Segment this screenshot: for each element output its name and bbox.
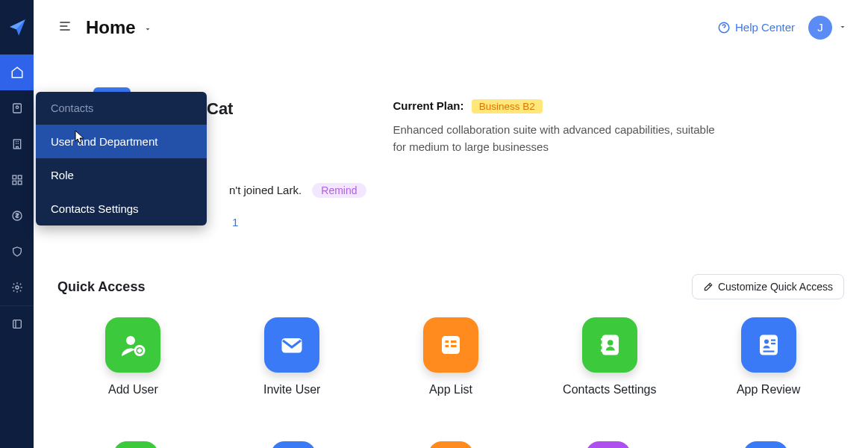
nav-collapse[interactable] bbox=[0, 306, 34, 342]
svg-rect-28 bbox=[763, 351, 774, 352]
qa-contacts-settings[interactable]: Contacts Settings bbox=[534, 317, 685, 396]
submenu-role[interactable]: Role bbox=[36, 158, 207, 192]
contacts-book-icon bbox=[596, 332, 623, 358]
list-icon bbox=[437, 332, 464, 358]
avatar: J bbox=[808, 16, 832, 40]
qa-stub[interactable] bbox=[428, 441, 473, 448]
svg-rect-5 bbox=[13, 181, 16, 184]
quick-access-grid: Add User Invite User App List Contacts S… bbox=[57, 317, 844, 396]
avatar-initial: J bbox=[817, 21, 823, 34]
svg-rect-4 bbox=[18, 175, 22, 179]
join-status-text: n't joined Lark. bbox=[229, 184, 302, 196]
svg-rect-3 bbox=[13, 175, 16, 179]
qa-invite-user[interactable]: Invite User bbox=[216, 317, 368, 396]
shield-icon bbox=[11, 246, 23, 258]
plan-description: Enhanced collaboration suite with advanc… bbox=[393, 121, 729, 156]
svg-rect-27 bbox=[771, 343, 775, 344]
invite-link[interactable]: 1 bbox=[232, 216, 238, 228]
svg-rect-9 bbox=[13, 320, 21, 329]
plan-label: Current Plan: bbox=[393, 99, 464, 112]
submenu-heading: Contacts bbox=[36, 92, 207, 125]
user-menu[interactable]: J bbox=[808, 16, 847, 40]
svg-rect-15 bbox=[445, 340, 449, 343]
help-center-label: Help Center bbox=[735, 21, 795, 34]
dollar-icon bbox=[11, 210, 23, 222]
review-icon bbox=[755, 332, 782, 358]
sidebar bbox=[0, 0, 34, 448]
page-title: Home bbox=[86, 17, 136, 38]
svg-rect-22 bbox=[601, 344, 603, 346]
submenu-user-and-department[interactable]: User and Department bbox=[36, 125, 207, 158]
nav-contacts[interactable] bbox=[0, 90, 34, 126]
remind-button[interactable]: Remind bbox=[312, 183, 366, 198]
grid-icon bbox=[11, 174, 23, 186]
svg-rect-17 bbox=[445, 345, 449, 347]
building-icon bbox=[11, 138, 23, 150]
collapse-icon bbox=[11, 318, 23, 330]
svg-rect-23 bbox=[601, 349, 603, 352]
plan-section: Current Plan: Business B2 bbox=[393, 99, 729, 112]
qa-label: Add User bbox=[108, 383, 158, 396]
menu-toggle[interactable] bbox=[57, 19, 72, 37]
envelope-icon bbox=[278, 332, 305, 358]
svg-rect-6 bbox=[18, 181, 22, 184]
svg-rect-13 bbox=[282, 338, 302, 353]
customize-label: Customize Quick Access bbox=[718, 281, 833, 293]
quick-access-row2 bbox=[57, 441, 844, 448]
submenu-contacts-settings[interactable]: Contacts Settings bbox=[36, 192, 207, 225]
nav-home[interactable] bbox=[0, 55, 34, 90]
contacts-submenu: Contacts User and Department Role Contac… bbox=[36, 92, 207, 225]
svg-point-11 bbox=[126, 336, 135, 345]
qa-label: App List bbox=[429, 383, 472, 396]
page-title-dropdown[interactable]: Home bbox=[86, 17, 152, 38]
nav-settings[interactable] bbox=[0, 270, 34, 305]
svg-rect-2 bbox=[13, 140, 20, 149]
qa-stub[interactable] bbox=[271, 441, 316, 448]
add-user-icon bbox=[119, 332, 146, 358]
qa-app-review[interactable]: App Review bbox=[693, 317, 844, 396]
gear-icon bbox=[11, 281, 23, 293]
qa-stub[interactable] bbox=[586, 441, 631, 448]
svg-rect-18 bbox=[451, 345, 457, 347]
nav-apps[interactable] bbox=[0, 162, 34, 198]
qa-label: Contacts Settings bbox=[563, 383, 656, 396]
plan-badge: Business B2 bbox=[472, 99, 543, 113]
chevron-down-icon bbox=[838, 21, 847, 34]
qa-stub[interactable] bbox=[743, 441, 788, 448]
qa-stub[interactable] bbox=[113, 441, 158, 448]
logo bbox=[0, 0, 34, 55]
paper-plane-icon bbox=[7, 18, 27, 37]
chevron-down-icon bbox=[143, 17, 152, 38]
home-icon bbox=[10, 66, 24, 79]
customize-quick-access-button[interactable]: Customize Quick Access bbox=[692, 274, 844, 299]
nav-security[interactable] bbox=[0, 234, 34, 270]
svg-point-8 bbox=[16, 286, 19, 289]
qa-label: App Review bbox=[737, 383, 800, 396]
help-center-link[interactable]: Help Center bbox=[717, 21, 795, 34]
nav-billing[interactable] bbox=[0, 198, 34, 234]
svg-point-1 bbox=[16, 106, 18, 108]
nav-building[interactable] bbox=[0, 126, 34, 162]
help-icon bbox=[717, 21, 731, 34]
menu-icon bbox=[57, 19, 72, 34]
svg-rect-26 bbox=[771, 340, 775, 341]
header: Home Help Center J bbox=[34, 0, 868, 55]
svg-rect-21 bbox=[601, 338, 603, 340]
edit-icon bbox=[703, 281, 714, 292]
svg-rect-16 bbox=[451, 340, 457, 343]
svg-point-25 bbox=[764, 340, 769, 344]
svg-point-20 bbox=[608, 340, 613, 346]
quick-access-title: Quick Access bbox=[57, 279, 145, 295]
qa-label: Invite User bbox=[263, 383, 320, 396]
user-box-icon bbox=[11, 102, 23, 114]
qa-app-list[interactable]: App List bbox=[375, 317, 527, 396]
qa-add-user[interactable]: Add User bbox=[57, 317, 209, 396]
